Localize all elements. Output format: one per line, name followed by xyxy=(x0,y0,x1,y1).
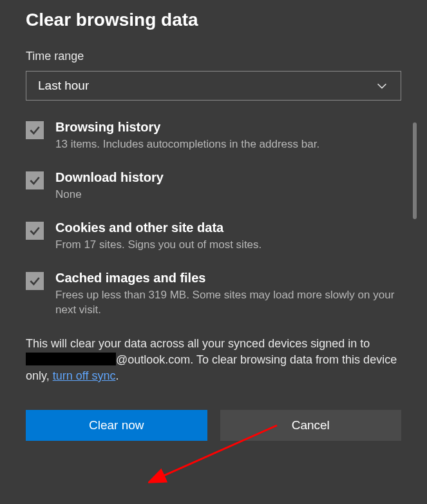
scrollbar[interactable] xyxy=(413,122,417,219)
dialog-title: Clear browsing data xyxy=(26,10,401,30)
checkbox-download-history[interactable] xyxy=(26,171,44,189)
option-title: Cookies and other site data xyxy=(55,220,401,235)
checkbox-cookies[interactable] xyxy=(26,222,44,240)
time-range-dropdown[interactable]: Last hour xyxy=(26,71,401,101)
clear-now-button[interactable]: Clear now xyxy=(26,410,207,441)
option-desc: None xyxy=(55,188,401,202)
option-download-history: Download history None xyxy=(26,170,401,202)
option-desc: 13 items. Includes autocompletions in th… xyxy=(55,137,401,152)
option-browsing-history: Browsing history 13 items. Includes auto… xyxy=(26,120,401,152)
checkmark-icon xyxy=(28,275,41,287)
option-desc: From 17 sites. Signs you out of most sit… xyxy=(55,238,401,253)
checkmark-icon xyxy=(28,224,41,237)
redacted-email xyxy=(26,353,116,365)
sync-notice-post2: . xyxy=(115,369,119,382)
checkmark-icon xyxy=(28,124,41,137)
sync-notice-pre: This will clear your data across all you… xyxy=(26,337,370,350)
time-range-value: Last hour xyxy=(38,79,89,93)
time-range-label: Time range xyxy=(26,50,401,63)
chevron-down-icon xyxy=(375,79,389,93)
option-title: Cached images and files xyxy=(55,271,401,286)
option-desc: Frees up less than 319 MB. Some sites ma… xyxy=(55,288,401,318)
cancel-button[interactable]: Cancel xyxy=(220,410,402,441)
option-cookies: Cookies and other site data From 17 site… xyxy=(26,220,401,253)
options-list: Browsing history 13 items. Includes auto… xyxy=(26,120,401,318)
checkbox-cached[interactable] xyxy=(26,272,44,290)
option-cached: Cached images and files Frees up less th… xyxy=(26,271,401,318)
option-title: Browsing history xyxy=(55,120,401,135)
option-title: Download history xyxy=(55,170,401,185)
checkmark-icon xyxy=(28,174,41,187)
sync-notice: This will clear your data across all you… xyxy=(26,336,401,385)
sync-notice-email-suffix: @outlook.com xyxy=(116,353,190,366)
turn-off-sync-link[interactable]: turn off sync xyxy=(53,369,116,382)
checkbox-browsing-history[interactable] xyxy=(26,121,44,139)
button-row: Clear now Cancel xyxy=(26,410,401,441)
